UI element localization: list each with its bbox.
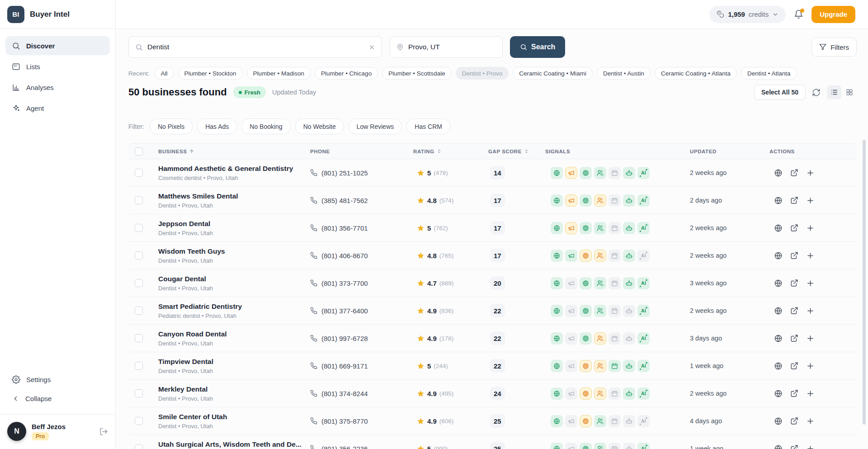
refresh-icon[interactable]: [812, 88, 821, 97]
globe-action-icon[interactable]: [774, 362, 783, 370]
filter-chip[interactable]: No Website: [295, 118, 344, 134]
pixel-signal-icon[interactable]: [580, 167, 592, 179]
select-all-button[interactable]: Select All 50: [754, 85, 806, 100]
sidebar-item-agent[interactable]: Agent: [5, 99, 110, 118]
website-signal-icon[interactable]: [551, 443, 563, 449]
business-name[interactable]: Jeppson Dental: [158, 219, 310, 228]
recent-chip[interactable]: Plumber • Stockton: [178, 67, 243, 80]
automation-signal-icon[interactable]: [623, 415, 635, 427]
automation-signal-icon[interactable]: [623, 250, 635, 262]
ai-signal-icon[interactable]: AI✦: [637, 415, 650, 427]
recent-chip[interactable]: Plumber • Madison: [247, 67, 311, 80]
row-checkbox[interactable]: [135, 362, 143, 370]
social-signal-icon[interactable]: [594, 167, 606, 179]
row-checkbox[interactable]: [135, 444, 143, 449]
ads-signal-icon[interactable]: [565, 305, 577, 317]
globe-action-icon[interactable]: [774, 334, 783, 343]
business-name[interactable]: Matthews Smiles Dental: [158, 192, 310, 200]
booking-signal-icon[interactable]: [609, 415, 621, 427]
search-input[interactable]: [147, 43, 364, 51]
globe-action-icon[interactable]: [774, 251, 783, 260]
business-name[interactable]: Smart Pediatric Dentistry: [158, 302, 310, 311]
external-link-icon[interactable]: [790, 444, 798, 449]
website-signal-icon[interactable]: [551, 305, 563, 317]
business-name[interactable]: Utah Surgical Arts, Wisdom Teeth and De.…: [158, 440, 310, 449]
upgrade-button[interactable]: Upgrade: [811, 6, 855, 23]
external-link-icon[interactable]: [790, 417, 798, 425]
recent-chip[interactable]: All: [155, 67, 174, 80]
logout-icon[interactable]: [99, 427, 108, 436]
pixel-signal-icon[interactable]: [580, 415, 592, 427]
sidebar-item-settings[interactable]: Settings: [5, 370, 57, 389]
recent-chip[interactable]: Ceramic Coating • Atlanta: [655, 67, 737, 80]
globe-action-icon[interactable]: [774, 224, 783, 232]
sidebar-item-lists[interactable]: Lists: [5, 57, 110, 76]
social-signal-icon[interactable]: [594, 415, 606, 427]
add-to-list-icon[interactable]: [806, 196, 815, 205]
website-signal-icon[interactable]: [551, 194, 563, 207]
globe-action-icon[interactable]: [774, 169, 783, 177]
automation-signal-icon[interactable]: [623, 167, 635, 179]
external-link-icon[interactable]: [790, 279, 798, 287]
booking-signal-icon[interactable]: [609, 194, 621, 207]
business-name[interactable]: Merkley Dental: [158, 385, 310, 393]
external-link-icon[interactable]: [790, 334, 798, 342]
column-header-gap-score[interactable]: GAP SCORE: [488, 149, 545, 154]
scrollbar-thumb[interactable]: [863, 140, 866, 425]
recent-chip[interactable]: Dentist • Atlanta: [741, 67, 797, 80]
ads-signal-icon[interactable]: [565, 277, 577, 289]
ai-signal-icon[interactable]: AI✦: [637, 250, 650, 262]
pixel-signal-icon[interactable]: [580, 332, 592, 345]
row-checkbox[interactable]: [135, 389, 143, 397]
filter-chip[interactable]: Low Reviews: [349, 118, 402, 134]
booking-signal-icon[interactable]: [609, 222, 621, 234]
column-header-business[interactable]: BUSINESS: [158, 149, 310, 154]
social-signal-icon[interactable]: [594, 332, 606, 345]
ai-signal-icon[interactable]: AI✦: [637, 332, 650, 345]
business-name[interactable]: Timpview Dental: [158, 357, 310, 366]
collapse-button[interactable]: Collapse: [5, 389, 58, 408]
pixel-signal-icon[interactable]: [580, 360, 592, 372]
ads-signal-icon[interactable]: [565, 222, 577, 234]
filter-chip[interactable]: No Pixels: [150, 118, 193, 134]
automation-signal-icon[interactable]: [623, 305, 635, 317]
ads-signal-icon[interactable]: [565, 360, 577, 372]
pixel-signal-icon[interactable]: [580, 305, 592, 317]
ai-signal-icon[interactable]: AI✦: [637, 443, 650, 449]
automation-signal-icon[interactable]: [623, 194, 635, 207]
automation-signal-icon[interactable]: [623, 388, 635, 400]
website-signal-icon[interactable]: [551, 360, 563, 372]
ai-signal-icon[interactable]: AI✦: [637, 277, 650, 289]
pixel-signal-icon[interactable]: [580, 443, 592, 449]
clear-search-icon[interactable]: [368, 44, 375, 51]
pixel-signal-icon[interactable]: [580, 388, 592, 400]
row-checkbox[interactable]: [135, 251, 143, 260]
ads-signal-icon[interactable]: [565, 443, 577, 449]
social-signal-icon[interactable]: [594, 388, 606, 400]
booking-signal-icon[interactable]: [609, 167, 621, 179]
add-to-list-icon[interactable]: [806, 389, 815, 398]
credits-pill[interactable]: 1,959 credits: [709, 6, 786, 23]
add-to-list-icon[interactable]: [806, 334, 815, 343]
website-signal-icon[interactable]: [551, 222, 563, 234]
pixel-signal-icon[interactable]: [580, 277, 592, 289]
search-button[interactable]: Search: [510, 36, 565, 58]
globe-action-icon[interactable]: [774, 279, 783, 288]
booking-signal-icon[interactable]: [609, 277, 621, 289]
business-name[interactable]: Canyon Road Dental: [158, 330, 310, 338]
sidebar-item-analyses[interactable]: Analyses: [5, 78, 110, 97]
website-signal-icon[interactable]: [551, 250, 563, 262]
website-signal-icon[interactable]: [551, 332, 563, 345]
business-name[interactable]: Cougar Dental: [158, 274, 310, 283]
ads-signal-icon[interactable]: [565, 167, 577, 179]
ai-signal-icon[interactable]: AI✦: [637, 388, 650, 400]
globe-action-icon[interactable]: [774, 196, 783, 205]
external-link-icon[interactable]: [790, 389, 798, 397]
add-to-list-icon[interactable]: [806, 444, 815, 449]
ai-signal-icon[interactable]: AI✦: [637, 222, 650, 234]
social-signal-icon[interactable]: [594, 222, 606, 234]
social-signal-icon[interactable]: [594, 305, 606, 317]
website-signal-icon[interactable]: [551, 277, 563, 289]
booking-signal-icon[interactable]: [609, 360, 621, 372]
ads-signal-icon[interactable]: [565, 194, 577, 207]
